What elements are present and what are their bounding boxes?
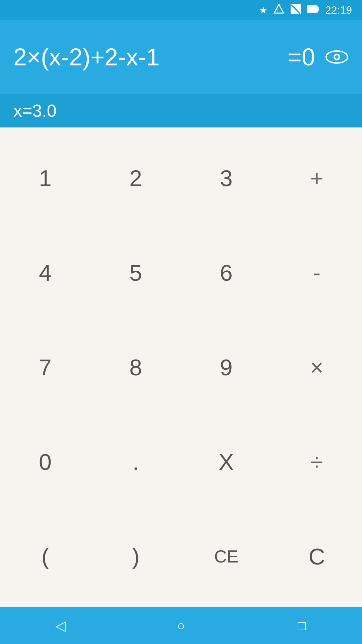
key-1[interactable]: 1 bbox=[0, 131, 90, 225]
key-minus[interactable]: - bbox=[272, 225, 362, 320]
no-signal-icon bbox=[290, 4, 301, 17]
key-9[interactable]: 9 bbox=[181, 320, 272, 415]
visibility-toggle-button[interactable] bbox=[325, 49, 349, 65]
key-0[interactable]: 0 bbox=[0, 415, 90, 509]
key-6[interactable]: 6 bbox=[181, 225, 272, 320]
battery-icon bbox=[307, 4, 319, 16]
svg-text:!: ! bbox=[277, 8, 279, 13]
result-display: x=3.0 bbox=[13, 101, 57, 121]
header: 2×(x-2)+2-x-1 =0 bbox=[0, 20, 362, 94]
key-8[interactable]: 8 bbox=[90, 320, 181, 415]
svg-point-9 bbox=[335, 55, 339, 59]
key-2[interactable]: 2 bbox=[90, 131, 181, 225]
key-close-paren[interactable]: ) bbox=[90, 509, 181, 604]
svg-rect-5 bbox=[317, 7, 319, 11]
expression-display: 2×(x-2)+2-x-1 bbox=[13, 43, 288, 71]
key-multiply[interactable]: × bbox=[272, 320, 362, 415]
key-divide[interactable]: ÷ bbox=[272, 415, 362, 509]
key-ce[interactable]: CE bbox=[181, 509, 272, 604]
keypad: 123+456-789×0.X÷()CEC bbox=[0, 127, 362, 607]
key-open-paren[interactable]: ( bbox=[0, 509, 90, 604]
key-5[interactable]: 5 bbox=[90, 225, 181, 320]
signal-icon: ! bbox=[274, 4, 284, 17]
svg-rect-6 bbox=[308, 6, 317, 12]
star-icon: ★ bbox=[259, 5, 267, 16]
key-plus[interactable]: + bbox=[272, 131, 362, 225]
back-button[interactable]: ◁ bbox=[47, 612, 74, 639]
key-dot[interactable]: . bbox=[90, 415, 181, 509]
key-x[interactable]: X bbox=[181, 415, 272, 509]
key-3[interactable]: 3 bbox=[181, 131, 272, 225]
equals-zero-display: =0 bbox=[288, 43, 315, 71]
key-4[interactable]: 4 bbox=[0, 225, 90, 320]
svg-marker-0 bbox=[274, 4, 284, 13]
status-time: 22:19 bbox=[325, 4, 352, 16]
home-button[interactable]: ○ bbox=[168, 612, 194, 639]
key-c[interactable]: C bbox=[272, 509, 362, 604]
status-bar: ★ ! 22:19 bbox=[0, 0, 362, 20]
result-bar: x=3.0 bbox=[0, 94, 362, 127]
recents-button[interactable]: □ bbox=[288, 612, 315, 639]
navigation-bar: ◁ ○ □ bbox=[0, 607, 362, 644]
key-7[interactable]: 7 bbox=[0, 320, 90, 415]
